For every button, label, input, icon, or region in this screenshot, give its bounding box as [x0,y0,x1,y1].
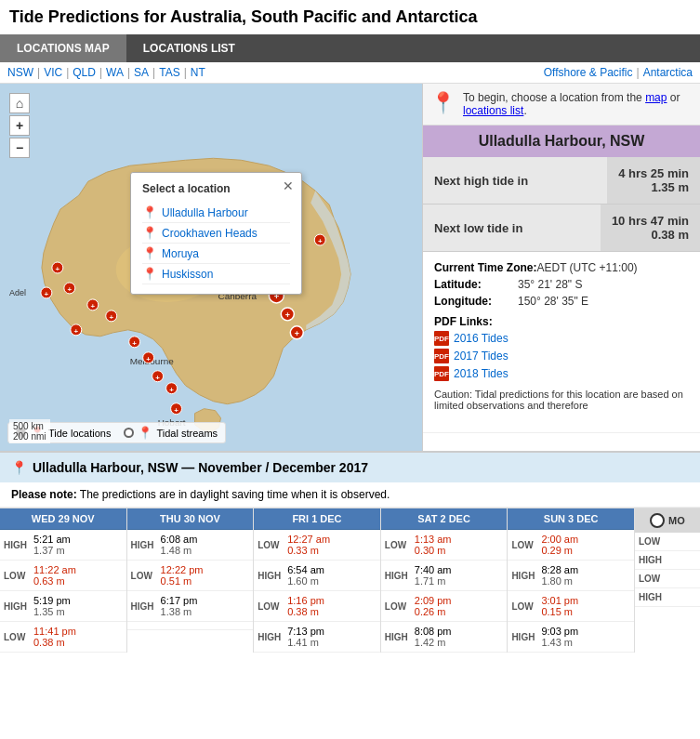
day-col-mo-partial: MO LOW HIGH LOW HIGH [635,508,700,653]
tide-locations-label: Tide locations [48,428,111,439]
tide-row-2-3: HIGH 7:13 pm 1.41 m [254,622,380,653]
bottom-header: 📍 Ulladulla Harbour, NSW — November / De… [0,453,700,482]
zoom-in-button[interactable]: + [9,115,30,136]
longitude-row: Longitude: 150° 28' 35" E [434,295,689,308]
tab-locations-list[interactable]: LOCATIONS LIST [126,34,252,62]
tide-row-1-0: HIGH 6:08 am 1.48 m [127,530,254,561]
moon-phase-icon [650,513,665,528]
mo-label: MO [668,515,685,526]
bottom-header-text: Ulladulla Harbour, NSW — November / Dece… [33,460,368,475]
tide-row-3-2: LOW 2:09 pm 0.26 m [381,591,508,622]
pdf-icon-2018: PDF [434,366,449,381]
pdf-link-2016[interactable]: PDF 2016 Tides [434,331,689,346]
tabs-bar: LOCATIONS MAP LOCATIONS LIST [0,34,700,62]
tide-row-1-1: LOW 12:22 pm 0.51 m [127,561,254,591]
map-controls: ⌂ + − [9,93,30,158]
svg-text:+: + [56,265,60,273]
map-panel[interactable]: Canberra Melbourne Hobart King + + [0,84,423,451]
zoom-out-button[interactable]: − [9,138,30,158]
info-start-text: To begin, choose a location from the map… [463,91,693,117]
svg-text:+: + [169,386,174,394]
link-sa[interactable]: SA [134,66,149,79]
day-header-fri-1-dec: FRI 1 DEC [254,508,380,530]
link-vic[interactable]: VIC [44,66,62,79]
latitude-value: 35° 21' 28" S [518,278,582,291]
location-marker-icon: 📍 [430,91,456,115]
page-title: Tide Predictions for Australia, South Pa… [0,0,700,34]
bottom-pin-icon: 📍 [11,460,27,475]
link-tas[interactable]: TAS [159,66,179,79]
popup-location-list: 📍 Ulladulla Harbour 📍 Crookhaven Heads 📍… [142,203,290,284]
bottom-section: 📍 Ulladulla Harbour, NSW — November / De… [0,451,700,653]
link-nt[interactable]: NT [191,66,205,79]
low-tide-card: Next low tide in 10 hrs 47 min 0.38 m [423,205,700,252]
popup-close-button[interactable]: ✕ [283,178,294,193]
svg-text:+: + [174,406,178,415]
page-wrapper: Tide Predictions for Australia, South Pa… [0,0,700,653]
high-tide-time: 4 hrs 25 min [618,166,689,180]
tide-row-3-1: HIGH 7:40 am 1.71 m [381,561,508,591]
info-panel: 📍 To begin, choose a location from the m… [423,84,700,451]
tide-table: WED 29 NOV HIGH 5:21 am 1.37 m LOW 11:22… [0,508,700,653]
tidal-streams-label: Tidal streams [156,428,218,439]
location-title: Ulladulla Harbour, NSW [423,125,700,157]
pdf-link-2017[interactable]: PDF 2017 Tides [434,349,689,363]
link-offshore[interactable]: Offshore & Pacific [544,66,633,79]
tide-row-5-1: HIGH [635,551,700,570]
svg-text:Adel: Adel [9,288,26,297]
timezone-label: Current Time Zone: [434,261,536,274]
main-area: Canberra Melbourne Hobart King + + [0,84,700,451]
tidal-streams-radio[interactable] [124,428,134,438]
tide-row-4-0: LOW 2:00 am 0.29 m [508,530,634,561]
popup-location-link-0[interactable]: Ulladulla Harbour [162,206,248,219]
day-col-fri-1-dec: FRI 1 DEC LOW 12:27 am 0.33 m HIGH 6:54 … [254,508,381,653]
longitude-value: 150° 28' 35" E [518,295,588,308]
locations-list-link[interactable]: locations list [463,104,523,117]
popup-location-item-1: 📍 Crookhaven Heads [142,223,290,244]
day-header-sat-2-dec: SAT 2 DEC [381,508,508,530]
info-start-message: 📍 To begin, choose a location from the m… [423,84,700,125]
timezone-value: AEDT (UTC +11:00) [536,261,637,274]
svg-text:+: + [146,355,151,363]
day-header-wed-29-nov: WED 29 NOV [0,508,126,530]
latitude-row: Latitude: 35° 21' 28" S [434,278,689,291]
map-link[interactable]: map [645,91,667,104]
tide-row-2-0: LOW 12:27 am 0.33 m [254,530,380,561]
svg-text:+: + [109,313,113,322]
tide-row-0-3: LOW 11:41 pm 0.38 m [0,622,126,653]
low-tide-time: 10 hrs 47 min [612,214,689,228]
pdf-icon-2016: PDF [434,331,449,346]
link-wa[interactable]: WA [106,66,124,79]
home-button[interactable]: ⌂ [9,93,30,113]
popup-location-link-3[interactable]: Huskisson [162,268,213,281]
note-bar: Please note: The predictions are in dayl… [0,482,700,508]
low-tide-value: 10 hrs 47 min 0.38 m [601,205,700,251]
link-nsw[interactable]: NSW [7,66,33,79]
tide-row-0-1: LOW 11:22 am 0.63 m [0,561,126,591]
popup-location-link-2[interactable]: Moruya [162,247,199,260]
tide-row-4-1: HIGH 8:28 am 1.80 m [508,561,634,591]
info-details: Current Time Zone: AEDT (UTC +11:00) Lat… [423,252,700,433]
tide-row-2-2: LOW 1:16 pm 0.38 m [254,591,380,622]
day-col-thu-30-nov: THU 30 NOV HIGH 6:08 am 1.48 m LOW 12:22… [127,508,255,653]
day-col-sun-3-dec: SUN 3 DEC LOW 2:00 am 0.29 m HIGH 8:28 a… [508,508,635,653]
tide-row-5-2: LOW [635,570,700,588]
link-qld[interactable]: QLD [73,66,96,79]
tide-row-0-2: HIGH 5:19 pm 1.35 m [0,591,126,622]
day-header-thu-30-nov: THU 30 NOV [127,508,254,530]
legend-tidal-streams[interactable]: 📍 Tidal streams [124,426,218,440]
tab-locations-map[interactable]: LOCATIONS MAP [0,34,126,62]
svg-text:+: + [295,329,299,338]
svg-text:+: + [90,302,95,310]
svg-text:+: + [285,310,290,320]
high-tide-height: 1.35 m [618,180,689,194]
note-text: The predictions are in daylight saving t… [80,488,390,501]
high-tide-value: 4 hrs 25 min 1.35 m [607,157,700,204]
popup-location-link-1[interactable]: Crookhaven Heads [162,227,258,240]
svg-text:+: + [155,374,160,382]
link-antarctica[interactable]: Antarctica [643,66,693,79]
map-scale: 500 km 200 nmi [9,419,50,443]
pdf-link-2018[interactable]: PDF 2018 Tides [434,366,689,381]
svg-text:+: + [68,285,73,294]
svg-text:+: + [132,339,137,348]
